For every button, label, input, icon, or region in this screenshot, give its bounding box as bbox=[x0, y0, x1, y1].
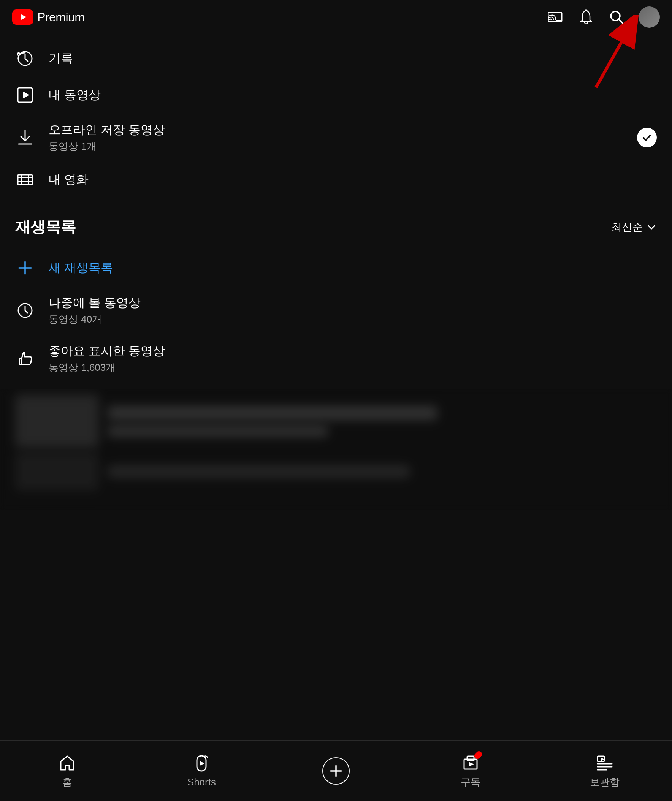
blurred-content bbox=[0, 389, 672, 510]
bottom-nav: 홈 Shorts 구독 bbox=[0, 740, 672, 801]
liked-title: 좋아요 표시한 동영상 bbox=[48, 343, 165, 359]
svg-marker-11 bbox=[23, 92, 29, 98]
svg-marker-23 bbox=[200, 761, 205, 766]
svg-marker-27 bbox=[469, 762, 474, 767]
avatar[interactable] bbox=[638, 6, 660, 28]
check-badge bbox=[637, 128, 657, 148]
new-playlist-item[interactable]: 새 재생목록 bbox=[15, 250, 657, 286]
my-videos-content: 내 동영상 bbox=[48, 87, 101, 103]
header: Premium bbox=[0, 0, 672, 34]
home-label: 홈 bbox=[62, 775, 72, 789]
home-icon bbox=[57, 753, 77, 772]
header-right bbox=[547, 6, 660, 28]
premium-label: Premium bbox=[37, 10, 85, 24]
liked-content: 좋아요 표시한 동영상 동영상 1,603개 bbox=[48, 343, 165, 374]
youtube-logo[interactable]: Premium bbox=[12, 10, 85, 25]
nav-item-home[interactable]: 홈 bbox=[29, 753, 105, 789]
svg-rect-14 bbox=[18, 175, 32, 185]
menu-section: 기록 내 동영상 오프라인 저장 동영상 동영상 1개 bbox=[0, 34, 672, 204]
menu-item-my-movies[interactable]: 내 영화 bbox=[0, 161, 672, 198]
watch-later-title: 나중에 볼 동영상 bbox=[48, 294, 141, 311]
nav-item-library[interactable]: 보관함 bbox=[567, 753, 643, 789]
shorts-icon bbox=[192, 753, 211, 773]
playlist-header: 재생목록 최신순 bbox=[15, 217, 657, 238]
nav-item-add[interactable] bbox=[298, 757, 374, 785]
cast-icon[interactable] bbox=[547, 9, 564, 26]
offline-title: 오프라인 저장 동영상 bbox=[48, 122, 165, 138]
liked-count: 동영상 1,603개 bbox=[48, 361, 165, 374]
nav-item-subscriptions[interactable]: 구독 bbox=[432, 753, 509, 789]
plus-icon bbox=[15, 258, 35, 278]
menu-item-offline[interactable]: 오프라인 저장 동영상 동영상 1개 bbox=[0, 113, 672, 161]
subscriptions-icon bbox=[461, 753, 480, 772]
history-content: 기록 bbox=[48, 50, 73, 67]
subscriptions-label: 구독 bbox=[461, 775, 480, 789]
menu-item-history[interactable]: 기록 bbox=[0, 40, 672, 77]
svg-line-6 bbox=[619, 19, 624, 24]
library-label: 보관함 bbox=[590, 775, 620, 789]
shorts-label: Shorts bbox=[187, 776, 216, 788]
bell-icon[interactable] bbox=[578, 9, 595, 26]
offline-content: 오프라인 저장 동영상 동영상 1개 bbox=[48, 122, 165, 153]
watch-later-content: 나중에 볼 동영상 동영상 40개 bbox=[48, 294, 141, 326]
new-playlist-label: 새 재생목록 bbox=[48, 259, 113, 276]
add-button[interactable] bbox=[322, 757, 350, 785]
download-icon bbox=[15, 128, 35, 148]
nav-item-shorts[interactable]: Shorts bbox=[163, 753, 240, 788]
my-videos-title: 내 동영상 bbox=[48, 87, 101, 103]
playlist-section: 재생목록 최신순 새 재생목록 나중에 볼 동영상 동영상 40개 bbox=[0, 204, 672, 383]
film-icon bbox=[15, 170, 35, 190]
playlist-section-title: 재생목록 bbox=[15, 217, 76, 238]
library-icon bbox=[595, 753, 615, 772]
svg-rect-3 bbox=[556, 20, 562, 22]
playlist-item-liked[interactable]: 좋아요 표시한 동영상 동영상 1,603개 bbox=[15, 335, 657, 383]
header-left: Premium bbox=[12, 10, 85, 25]
my-movies-title: 내 영화 bbox=[48, 171, 89, 188]
svg-rect-28 bbox=[467, 756, 474, 761]
my-movies-content: 내 영화 bbox=[48, 171, 89, 188]
clock-icon bbox=[15, 301, 35, 320]
play-box-icon bbox=[15, 85, 35, 105]
history-title: 기록 bbox=[48, 50, 73, 67]
sort-label: 최신순 bbox=[611, 220, 643, 235]
search-icon[interactable] bbox=[608, 9, 625, 26]
offline-subtitle: 동영상 1개 bbox=[48, 140, 165, 153]
playlist-item-watch-later[interactable]: 나중에 볼 동영상 동영상 40개 bbox=[15, 286, 657, 335]
thumbup-icon bbox=[15, 349, 35, 368]
history-icon bbox=[15, 49, 35, 68]
menu-item-my-videos[interactable]: 내 동영상 bbox=[0, 77, 672, 113]
sort-button[interactable]: 최신순 bbox=[611, 220, 657, 235]
watch-later-count: 동영상 40개 bbox=[48, 313, 141, 326]
